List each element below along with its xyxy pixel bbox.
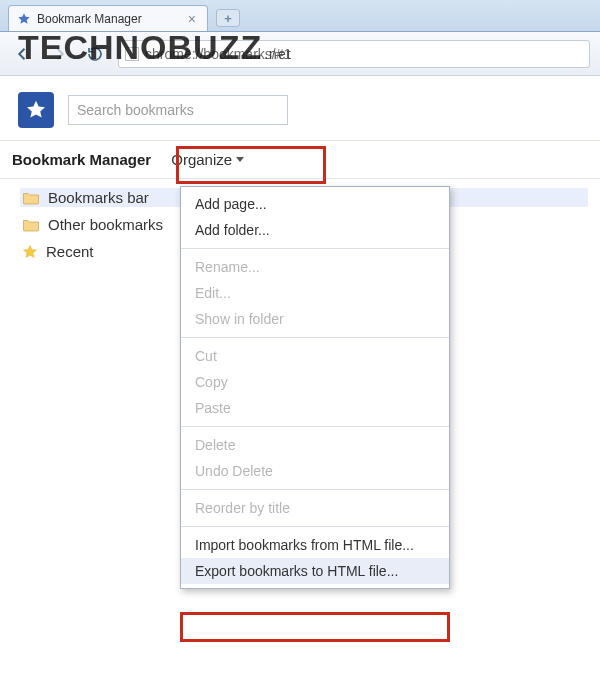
sidebar-item-label: Recent — [46, 243, 94, 260]
chevron-down-icon — [236, 157, 244, 162]
menu-add-page[interactable]: Add page... — [181, 191, 449, 217]
star-icon — [17, 12, 31, 26]
menu-add-folder[interactable]: Add folder... — [181, 217, 449, 243]
navigation-bar: chrome://bookmarks/#1 — [0, 32, 600, 76]
menu-rename: Rename... — [181, 254, 449, 280]
sidebar-item-label: Other bookmarks — [48, 216, 163, 233]
new-tab-button[interactable]: + — [216, 9, 240, 27]
page-icon — [125, 47, 139, 61]
menu-separator — [181, 337, 449, 338]
tab-strip: Bookmark Manager × + — [0, 0, 600, 32]
organize-menu: Add page... Add folder... Rename... Edit… — [180, 186, 450, 589]
menu-show-in-folder: Show in folder — [181, 306, 449, 332]
reload-button[interactable] — [82, 41, 108, 67]
menu-undo-delete: Undo Delete — [181, 458, 449, 484]
sidebar-item-label: Bookmarks bar — [48, 189, 149, 206]
search-placeholder: Search bookmarks — [77, 102, 194, 118]
menu-separator — [181, 426, 449, 427]
back-button[interactable] — [10, 41, 36, 67]
menu-delete: Delete — [181, 432, 449, 458]
organize-label: Organize — [171, 151, 232, 168]
bookmark-star-badge — [18, 92, 54, 128]
folder-icon — [22, 218, 40, 232]
menu-separator — [181, 489, 449, 490]
page-title: Bookmark Manager — [12, 151, 151, 168]
menu-reorder-by-title: Reorder by title — [181, 495, 449, 521]
organize-button[interactable]: Organize — [165, 149, 250, 170]
folder-icon — [22, 191, 40, 205]
forward-button[interactable] — [46, 41, 72, 67]
menu-separator — [181, 526, 449, 527]
star-icon — [22, 244, 38, 260]
menu-edit: Edit... — [181, 280, 449, 306]
browser-tab[interactable]: Bookmark Manager × — [8, 5, 208, 31]
search-row: Search bookmarks — [0, 76, 600, 140]
annotation-highlight — [180, 612, 450, 642]
menu-import-html[interactable]: Import bookmarks from HTML file... — [181, 532, 449, 558]
menu-separator — [181, 248, 449, 249]
search-input[interactable]: Search bookmarks — [68, 95, 288, 125]
tab-title: Bookmark Manager — [37, 12, 179, 26]
menu-export-html[interactable]: Export bookmarks to HTML file... — [181, 558, 449, 584]
menu-paste: Paste — [181, 395, 449, 421]
address-bar[interactable]: chrome://bookmarks/#1 — [118, 40, 590, 68]
menu-copy: Copy — [181, 369, 449, 395]
menu-cut: Cut — [181, 343, 449, 369]
close-icon[interactable]: × — [185, 12, 199, 26]
url-text: chrome://bookmarks/#1 — [145, 46, 291, 62]
manager-header: Bookmark Manager Organize — [0, 140, 600, 179]
